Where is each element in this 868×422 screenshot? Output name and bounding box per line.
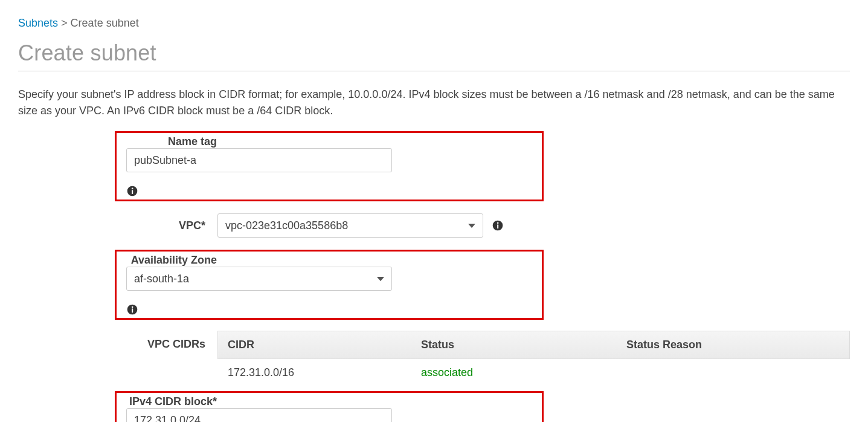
page-title: Create subnet	[18, 41, 850, 66]
breadcrumb-current: Create subnet	[71, 17, 139, 29]
ipv4-block-input[interactable]	[126, 408, 392, 422]
col-header-reason: Status Reason	[617, 331, 849, 359]
svg-point-2	[132, 188, 133, 190]
col-header-cidr: CIDR	[218, 331, 411, 359]
svg-rect-7	[132, 308, 133, 313]
breadcrumb-separator: >	[61, 17, 71, 29]
breadcrumb: Subnets > Create subnet	[18, 17, 850, 30]
vpc-dropdown-value: vpc-023e31c00a35586b8	[225, 219, 348, 232]
table-row: 172.31.0.0/16 associated	[217, 359, 850, 386]
info-icon[interactable]	[492, 219, 504, 232]
breadcrumb-root-link[interactable]: Subnets	[18, 17, 58, 29]
cell-cidr: 172.31.0.0/16	[218, 359, 411, 386]
vpc-label: VPC*	[18, 219, 217, 232]
ipv4-block-label: IPv4 CIDR block*	[126, 395, 229, 408]
name-tag-label: Name tag	[126, 135, 229, 148]
svg-rect-1	[132, 190, 133, 194]
az-dropdown-value: af-south-1a	[134, 273, 189, 285]
svg-rect-4	[497, 224, 498, 229]
page-intro: Specify your subnet's IP address block i…	[18, 86, 850, 119]
az-label: Availability Zone	[126, 254, 229, 267]
chevron-down-icon	[468, 224, 475, 228]
vpc-cidrs-label: VPC CIDRs	[18, 331, 217, 351]
cell-reason	[617, 359, 849, 386]
chevron-down-icon	[377, 277, 384, 281]
svg-point-5	[497, 222, 499, 224]
col-header-status: Status	[411, 331, 617, 359]
divider	[18, 71, 850, 71]
info-icon[interactable]	[126, 185, 532, 197]
svg-point-8	[132, 307, 133, 308]
info-icon[interactable]	[126, 304, 532, 316]
vpc-dropdown[interactable]: vpc-023e31c00a35586b8	[217, 213, 483, 238]
name-tag-input[interactable]	[126, 148, 392, 172]
cell-status: associated	[411, 359, 617, 386]
create-subnet-form: Name tag VPC* vpc-023e31c00a35586b8	[18, 131, 850, 422]
vpc-cidrs-table: CIDR Status Status Reason 172.31.0.0/16 …	[217, 331, 850, 386]
az-dropdown[interactable]: af-south-1a	[126, 267, 392, 291]
